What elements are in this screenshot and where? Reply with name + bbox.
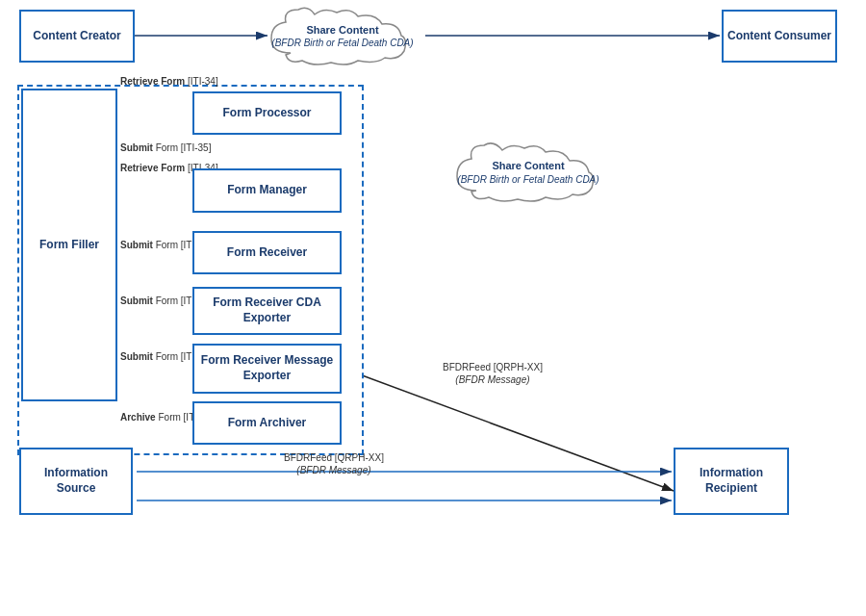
form-archiver-box: Form Archiver [192, 401, 342, 445]
bfdr-feed-line2-bottom: (BFDR Message) [284, 464, 384, 476]
cloud-mid-subtitle: (BFDR Birth or Fetal Death CDA) [457, 174, 599, 185]
content-consumer-box: Content Consumer [722, 10, 837, 63]
information-recipient-box: Information Recipient [674, 448, 789, 515]
bfdr-feed-label-bottom: BFDRFeed [QRPH-XX] (BFDR Message) [284, 451, 384, 476]
submit-form-label-1: Submit Form [ITI-35] [120, 141, 211, 154]
form-processor-box: Form Processor [192, 91, 342, 135]
retrieve-form-text-top: Retrieve Form [ITI-34] [120, 76, 218, 87]
retrieve-form-label-top: Retrieve Form [ITI-34] [120, 75, 218, 88]
form-processor-label: Form Processor [222, 106, 311, 121]
information-recipient-label: Information Recipient [679, 466, 783, 496]
diagram-container: Content Creator Content Consumer Share C… [0, 0, 866, 616]
bfdr-feed-label-top: BFDRFeed [QRPH-XX] (BFDR Message) [443, 361, 543, 386]
cloud-mid: Share Content (BFDR Birth or Fetal Death… [447, 140, 609, 205]
form-receiver-cda-box: Form Receiver CDA Exporter [192, 287, 342, 335]
cloud-top-subtitle: (BFDR Birth or Fetal Death CDA) [271, 38, 413, 48]
cloud-mid-title: Share Content [457, 159, 599, 172]
cloud-mid-text: Share Content (BFDR Birth or Fetal Death… [457, 159, 599, 185]
form-archiver-label: Form Archiver [228, 416, 307, 431]
information-source-box: Information Source [19, 448, 133, 515]
submit-form-text-1: Submit Form [ITI-35] [120, 142, 211, 153]
form-manager-box: Form Manager [192, 168, 342, 213]
cloud-top-title: Share Content [271, 23, 413, 37]
form-receiver-msg-box: Form Receiver Message Exporter [192, 344, 342, 394]
form-filler-label: Form Filler [39, 238, 99, 253]
bfdr-feed-line2-top: (BFDR Message) [443, 373, 543, 386]
bfdr-feed-line1-bottom: BFDRFeed [QRPH-XX] [284, 451, 384, 464]
form-receiver-box: Form Receiver [192, 231, 342, 274]
content-creator-box: Content Creator [19, 10, 135, 63]
content-creator-label: Content Creator [33, 29, 120, 44]
cloud-top-text: Share Content (BFDR Birth or Fetal Death… [271, 23, 413, 49]
information-source-label: Information Source [25, 466, 127, 496]
form-receiver-label: Form Receiver [227, 245, 307, 261]
bfdr-feed-line1-top: BFDRFeed [QRPH-XX] [443, 361, 543, 373]
form-manager-label: Form Manager [227, 183, 307, 198]
cloud-top: Share Content (BFDR Birth or Fetal Death… [262, 5, 423, 67]
form-receiver-cda-label: Form Receiver CDA Exporter [198, 295, 336, 325]
form-receiver-msg-label: Form Receiver Message Exporter [198, 353, 336, 383]
content-consumer-label: Content Consumer [727, 29, 831, 44]
form-filler-inner-box: Form Filler [21, 89, 117, 401]
